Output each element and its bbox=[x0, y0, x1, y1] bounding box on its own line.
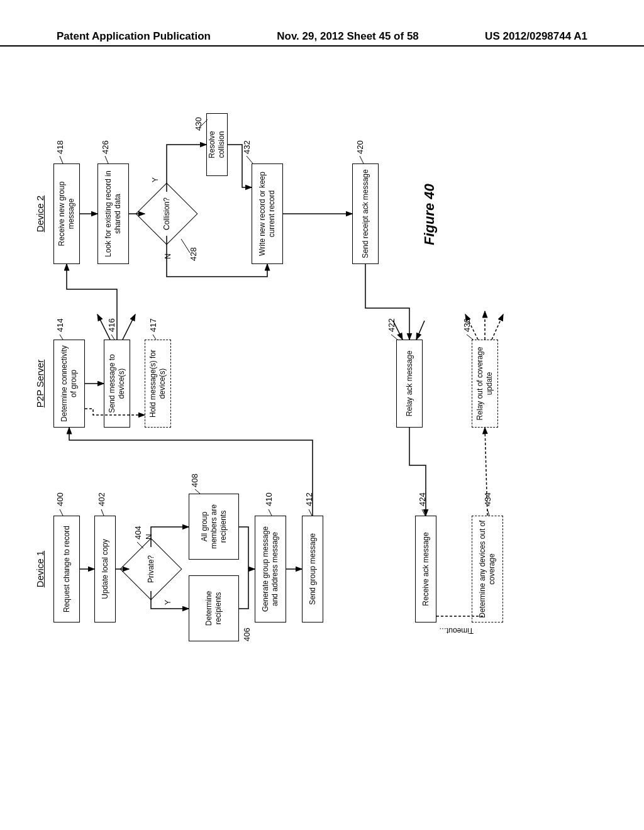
label-timeout: Timeout… bbox=[439, 626, 474, 635]
svg-line-23 bbox=[422, 509, 425, 516]
svg-line-28 bbox=[391, 335, 397, 340]
flowchart-diagram: Device 1 P2P Server Device 2 Request cha… bbox=[44, 113, 597, 641]
ref-406: 406 bbox=[242, 628, 252, 641]
ref-426: 426 bbox=[101, 140, 110, 154]
ref-408: 408 bbox=[190, 473, 199, 487]
box-send-msg-devices: Send message to device(s) bbox=[104, 340, 130, 428]
col-device-2: Device 2 bbox=[35, 176, 45, 252]
svg-line-20 bbox=[195, 489, 200, 494]
box-receive-new-group: Receive new group message bbox=[53, 163, 80, 264]
box-request-change: Request change to record bbox=[53, 516, 80, 622]
svg-line-17 bbox=[60, 509, 63, 516]
ref-432: 432 bbox=[242, 140, 252, 154]
svg-line-34 bbox=[247, 156, 253, 163]
svg-line-27 bbox=[153, 335, 156, 340]
box-receive-ack: Receive ack message bbox=[415, 516, 436, 622]
header-middle: Nov. 29, 2012 Sheet 45 of 58 bbox=[277, 30, 419, 43]
box-all-group-members: All group members are recipients bbox=[189, 494, 239, 560]
ref-422: 422 bbox=[387, 318, 396, 332]
box-generate-group-msg: Generate group message and address messa… bbox=[255, 516, 286, 622]
svg-line-25 bbox=[60, 335, 63, 340]
ref-436: 436 bbox=[462, 318, 472, 332]
ref-400: 400 bbox=[55, 492, 65, 506]
header-left: Patent Application Publication bbox=[57, 30, 211, 43]
svg-line-21 bbox=[269, 509, 272, 516]
label-n-404: N bbox=[145, 534, 153, 540]
ref-420: 420 bbox=[355, 140, 365, 154]
label-y-428: Y bbox=[151, 177, 160, 182]
svg-line-29 bbox=[467, 335, 473, 340]
ref-414: 414 bbox=[55, 318, 65, 332]
ref-428: 428 bbox=[189, 247, 198, 261]
ref-417: 417 bbox=[148, 318, 158, 332]
ref-404: 404 bbox=[133, 526, 143, 540]
ref-424: 424 bbox=[418, 492, 427, 506]
svg-line-30 bbox=[60, 156, 63, 163]
ref-434: 434 bbox=[483, 492, 492, 506]
svg-line-5 bbox=[123, 314, 135, 340]
ref-402: 402 bbox=[97, 492, 106, 506]
box-send-receipt-ack: Send receipt ack message bbox=[352, 163, 379, 264]
ref-418: 418 bbox=[55, 140, 65, 154]
box-determine-out-coverage: Determine any devices out of coverage bbox=[472, 516, 503, 622]
svg-line-24 bbox=[487, 509, 489, 516]
svg-line-35 bbox=[360, 156, 364, 163]
figure-label: Figure 40 bbox=[421, 184, 438, 245]
svg-line-18 bbox=[101, 509, 104, 516]
box-determine-connectivity: Determine connectivity of group bbox=[53, 340, 85, 428]
box-determine-recipients: Determine recipients bbox=[189, 575, 239, 641]
header-right: US 2012/0298744 A1 bbox=[485, 30, 587, 43]
label-y-404: Y bbox=[164, 600, 172, 605]
diamond-private: Private? bbox=[129, 547, 173, 591]
label-n-428: N bbox=[164, 253, 172, 259]
box-relay-out-coverage: Relay out of coverage update bbox=[472, 340, 498, 428]
box-look-existing: Look for existing record in shared data bbox=[97, 163, 129, 264]
box-send-group-msg: Send group message bbox=[302, 516, 323, 622]
svg-line-16 bbox=[492, 314, 503, 340]
col-device-1: Device 1 bbox=[35, 531, 45, 607]
svg-line-31 bbox=[105, 156, 108, 163]
ref-412: 412 bbox=[304, 492, 314, 506]
ref-430: 430 bbox=[194, 117, 203, 131]
box-write-new-record: Write new record or keep current record bbox=[252, 163, 283, 264]
page-header: Patent Application Publication Nov. 29, … bbox=[0, 30, 644, 47]
svg-line-22 bbox=[309, 509, 312, 516]
box-update-local: Update local copy bbox=[94, 516, 116, 622]
ref-416: 416 bbox=[107, 318, 116, 332]
box-relay-ack: Relay ack message bbox=[396, 340, 423, 428]
box-resolve-collision: Resolve collision bbox=[206, 113, 228, 176]
box-hold-messages: Hold message(s) for device(s) bbox=[145, 340, 171, 428]
svg-line-10 bbox=[416, 321, 425, 340]
diamond-collision: Collision? bbox=[145, 192, 189, 236]
col-p2p-server: P2P Server bbox=[35, 346, 45, 421]
ref-410: 410 bbox=[264, 492, 274, 506]
svg-line-26 bbox=[111, 335, 114, 340]
